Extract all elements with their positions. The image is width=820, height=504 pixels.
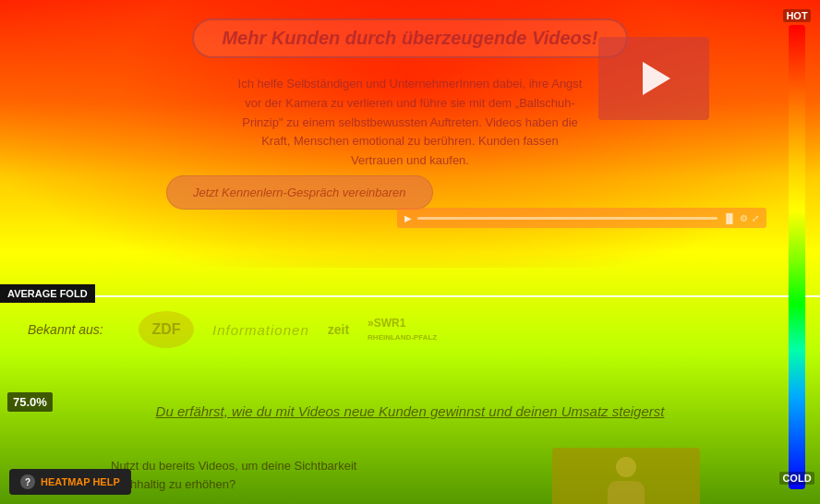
hot-label: HOT <box>783 9 810 22</box>
percentage-label: 75.0% <box>7 392 53 412</box>
play-icon <box>643 62 670 95</box>
video-fullscreen-icon[interactable]: ⤢ <box>752 213 759 223</box>
bekannt-label: Bekannt aus: <box>28 322 120 337</box>
video-thumbnail-bottom[interactable] <box>552 448 700 504</box>
video-thumbnail-top[interactable] <box>598 37 709 120</box>
temperature-bar <box>789 25 805 489</box>
video-progress-bar[interactable] <box>417 217 718 220</box>
heatmap-help-button[interactable]: ? HEATMAP HELP <box>9 469 131 495</box>
video-play-icon[interactable]: ▶ <box>404 213 412 223</box>
media-logo-informationen: Informationen <box>212 322 309 338</box>
media-logo-swr: »SWR1RHEINLAND-PFALZ <box>368 317 437 342</box>
video-player-bar[interactable]: ▶ ▐▌ ⚙ ⤢ <box>397 208 766 228</box>
swr-icon: »SWR1RHEINLAND-PFALZ <box>368 317 437 342</box>
nutzt-line-1: Nutzt du bereits Videos, um deine Sichtb… <box>111 457 356 475</box>
media-logo-zdf: ZDF <box>139 311 194 348</box>
person-body <box>608 481 645 504</box>
video-controls: ▐▌ ⚙ ⤢ <box>723 213 759 223</box>
headline-box: Mehr Kunden durch überzeugende Videos! <box>192 18 627 58</box>
cold-label: COLD <box>779 472 814 485</box>
average-fold-label: AVERAGE FOLD <box>0 284 95 303</box>
nutzt-line-2: nachhaltig zu erhöhen? <box>111 475 356 494</box>
video-volume-icon[interactable]: ▐▌ <box>723 213 736 223</box>
person-silhouette <box>603 457 649 504</box>
heatmap-help-label: HEATMAP HELP <box>41 476 120 487</box>
video-settings-icon[interactable]: ⚙ <box>740 213 748 223</box>
media-logo-zeit: zeit <box>328 322 349 337</box>
person-head <box>616 457 636 477</box>
nutzt-section: Nutzt du bereits Videos, um deine Sichtb… <box>111 457 356 493</box>
help-circle-icon: ? <box>20 474 35 489</box>
page-content: Mehr Kunden durch überzeugende Videos! I… <box>0 0 820 504</box>
informationen-icon: Informationen <box>212 322 309 338</box>
du-erfahrst-text: Du erfährst, wie du mit Videos neue Kund… <box>111 403 709 419</box>
zdf-icon: ZDF <box>139 311 194 348</box>
average-fold-line <box>0 295 820 297</box>
body-text: Ich helfe Selbständigen und UnternehmerI… <box>235 75 585 171</box>
bekannt-section: Bekannt aus: ZDF Informationen zeit »SWR… <box>0 297 820 362</box>
temperature-scale: HOT COLD <box>783 9 811 489</box>
cta-button[interactable]: Jetzt Kennenlern-Gespräch vereinbaren <box>166 175 433 210</box>
zeit-icon: zeit <box>328 322 349 337</box>
headline-text: Mehr Kunden durch überzeugende Videos! <box>222 28 597 49</box>
person-image <box>552 448 700 504</box>
